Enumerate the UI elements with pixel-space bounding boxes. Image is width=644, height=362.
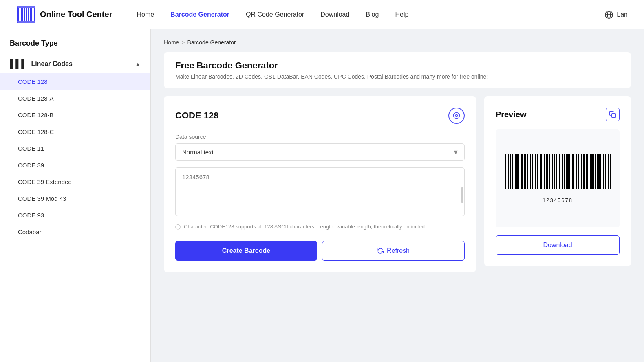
svg-rect-0 bbox=[17, 8, 19, 21]
svg-rect-74 bbox=[602, 154, 602, 189]
svg-rect-10 bbox=[17, 22, 35, 23]
settings-icon bbox=[452, 112, 461, 120]
sidebar: Barcode Type ▌▌▌ Linear Codes ▲ CODE 128… bbox=[0, 29, 151, 362]
barcode-svg bbox=[505, 154, 611, 195]
sidebar-item-code39[interactable]: CODE 39 bbox=[0, 157, 150, 173]
svg-rect-66 bbox=[589, 154, 589, 189]
info-icon: ⓘ bbox=[175, 223, 181, 231]
svg-rect-68 bbox=[591, 154, 593, 189]
svg-rect-21 bbox=[512, 154, 513, 189]
nav-help[interactable]: Help bbox=[395, 11, 408, 18]
nav-barcode-generator[interactable]: Barcode Generator bbox=[170, 11, 229, 18]
sidebar-item-code39mod43[interactable]: CODE 39 Mod 43 bbox=[0, 190, 150, 207]
page-body: Barcode Type ▌▌▌ Linear Codes ▲ CODE 128… bbox=[0, 29, 644, 362]
svg-rect-61 bbox=[580, 154, 580, 189]
copy-icon-button[interactable] bbox=[606, 108, 620, 121]
page-title-card: Free Barcode Generator Make Linear Barco… bbox=[164, 52, 631, 88]
download-button[interactable]: Download bbox=[496, 235, 620, 255]
sidebar-item-code93[interactable]: CODE 93 bbox=[0, 207, 150, 224]
svg-rect-40 bbox=[544, 154, 545, 189]
settings-icon-button[interactable] bbox=[448, 108, 465, 124]
sidebar-item-code128[interactable]: CODE 128 bbox=[0, 73, 150, 90]
sidebar-item-code11[interactable]: CODE 11 bbox=[0, 140, 150, 157]
svg-rect-32 bbox=[530, 154, 531, 189]
svg-rect-64 bbox=[584, 154, 585, 189]
create-barcode-button[interactable]: Create Barcode bbox=[175, 241, 317, 261]
svg-rect-75 bbox=[603, 154, 604, 189]
action-buttons: Create Barcode Refresh bbox=[175, 241, 465, 261]
svg-rect-67 bbox=[590, 154, 591, 189]
barcode-preview-area: 12345678 bbox=[496, 129, 620, 227]
sidebar-item-code128b[interactable]: CODE 128-B bbox=[0, 107, 150, 123]
nav-blog[interactable]: Blog bbox=[366, 11, 379, 18]
svg-rect-39 bbox=[543, 154, 543, 189]
svg-rect-22 bbox=[514, 154, 514, 189]
sidebar-item-codabar[interactable]: Codabar bbox=[0, 224, 150, 240]
svg-rect-59 bbox=[576, 154, 577, 189]
svg-rect-19 bbox=[508, 154, 509, 189]
linear-codes-section-header[interactable]: ▌▌▌ Linear Codes ▲ bbox=[0, 54, 150, 73]
globe-icon bbox=[604, 10, 613, 19]
logo[interactable]: Online Tool Center bbox=[16, 5, 112, 24]
sidebar-item-code128c[interactable]: CODE 128-C bbox=[0, 123, 150, 140]
svg-rect-38 bbox=[540, 154, 542, 189]
preview-title: Preview bbox=[496, 110, 527, 119]
svg-rect-78 bbox=[608, 154, 609, 189]
svg-rect-5 bbox=[28, 8, 29, 21]
nav-download[interactable]: Download bbox=[320, 11, 349, 18]
svg-rect-50 bbox=[561, 154, 561, 189]
page-title: Free Barcode Generator bbox=[175, 60, 620, 71]
copy-icon bbox=[609, 111, 616, 118]
svg-rect-53 bbox=[566, 154, 567, 189]
nav-home[interactable]: Home bbox=[137, 11, 154, 18]
info-text: ⓘ Character: CODE128 supports all 128 AS… bbox=[175, 223, 465, 231]
textarea-wrapper bbox=[175, 167, 465, 223]
svg-rect-41 bbox=[546, 154, 547, 189]
breadcrumb-home[interactable]: Home bbox=[164, 39, 179, 46]
refresh-button[interactable]: Refresh bbox=[322, 241, 465, 261]
svg-rect-33 bbox=[532, 154, 533, 189]
sidebar-item-code128a[interactable]: CODE 128-A bbox=[0, 90, 150, 107]
svg-rect-43 bbox=[549, 154, 550, 189]
svg-rect-55 bbox=[569, 154, 570, 189]
svg-rect-52 bbox=[564, 154, 565, 189]
barcode-display: 12345678 bbox=[505, 154, 611, 203]
svg-rect-28 bbox=[524, 154, 525, 189]
svg-rect-24 bbox=[516, 154, 518, 189]
generator-card: CODE 128 Data source Normal text Hexadec… bbox=[164, 96, 476, 272]
preview-header: Preview bbox=[496, 108, 620, 121]
svg-rect-27 bbox=[521, 154, 523, 189]
sidebar-item-code39extended[interactable]: CODE 39 Extended bbox=[0, 173, 150, 190]
data-source-select[interactable]: Normal text Hexadecimal Base64 bbox=[175, 143, 465, 161]
svg-rect-37 bbox=[539, 154, 539, 189]
generator-area: CODE 128 Data source Normal text Hexadec… bbox=[164, 96, 631, 272]
barcode-value-text: 12345678 bbox=[543, 197, 573, 203]
svg-rect-57 bbox=[572, 154, 574, 189]
language-selector[interactable]: Lan bbox=[604, 10, 628, 19]
svg-rect-34 bbox=[534, 154, 534, 189]
svg-point-15 bbox=[454, 113, 460, 119]
svg-rect-51 bbox=[562, 154, 563, 189]
data-source-label: Data source bbox=[175, 134, 465, 140]
svg-rect-20 bbox=[510, 154, 511, 189]
breadcrumb-current: Barcode Generator bbox=[187, 39, 236, 46]
svg-rect-31 bbox=[529, 154, 529, 189]
svg-rect-2 bbox=[21, 8, 23, 21]
svg-rect-35 bbox=[535, 154, 536, 189]
svg-rect-69 bbox=[593, 154, 594, 189]
svg-rect-3 bbox=[24, 8, 25, 21]
refresh-label: Refresh bbox=[387, 247, 410, 254]
svg-rect-49 bbox=[559, 154, 560, 189]
breadcrumb: Home > Barcode Generator bbox=[164, 39, 631, 46]
svg-rect-71 bbox=[597, 154, 598, 189]
svg-rect-58 bbox=[575, 154, 575, 189]
nav-qr-code-generator[interactable]: QR Code Generator bbox=[246, 11, 304, 18]
barcode-input[interactable] bbox=[175, 167, 465, 216]
preview-card: Preview bbox=[484, 96, 631, 266]
language-label: Lan bbox=[617, 11, 628, 18]
svg-rect-18 bbox=[507, 154, 507, 189]
main-content: Home > Barcode Generator Free Barcode Ge… bbox=[151, 29, 644, 362]
svg-rect-65 bbox=[586, 154, 588, 189]
info-content: Character: CODE128 supports all 128 ASCI… bbox=[184, 223, 425, 231]
svg-rect-42 bbox=[547, 154, 548, 189]
